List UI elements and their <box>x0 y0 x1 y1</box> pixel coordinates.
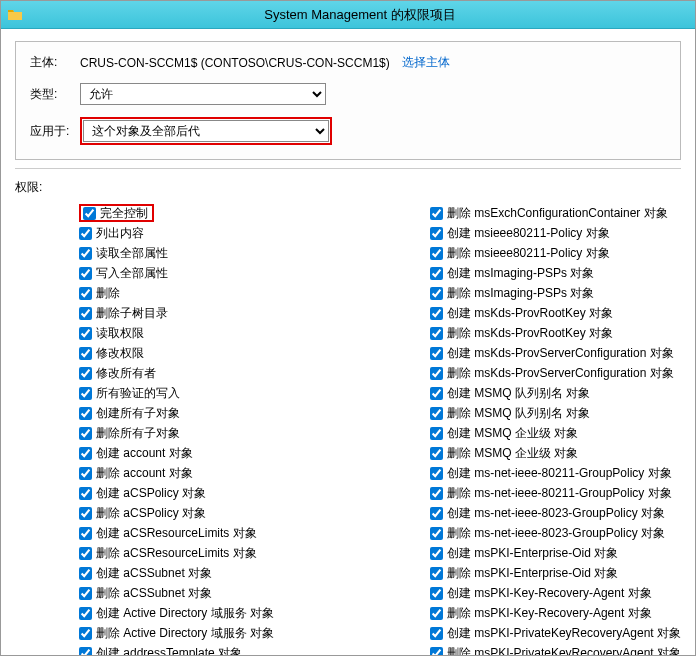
permission-checkbox[interactable] <box>79 607 92 620</box>
folder-icon <box>7 7 23 23</box>
permission-item[interactable]: 删除 aCSResourceLimits 对象 <box>79 544 410 562</box>
permission-checkbox[interactable] <box>79 587 92 600</box>
permission-item[interactable]: 创建 Active Directory 域服务 对象 <box>79 604 410 622</box>
permission-item[interactable]: 删除 msImaging-PSPs 对象 <box>430 284 681 302</box>
permission-item[interactable]: 创建 msKds-ProvRootKey 对象 <box>430 304 681 322</box>
permission-item[interactable]: 读取权限 <box>79 324 410 342</box>
permission-checkbox[interactable] <box>430 627 443 640</box>
permission-checkbox[interactable] <box>430 507 443 520</box>
permission-checkbox[interactable] <box>79 267 92 280</box>
permission-item[interactable]: 删除子树目录 <box>79 304 410 322</box>
permission-item[interactable]: 完全控制 <box>79 204 154 222</box>
type-select[interactable]: 允许 <box>80 83 326 105</box>
permission-item[interactable]: 删除 msExchConfigurationContainer 对象 <box>430 204 681 222</box>
window-title: System Management 的权限项目 <box>31 6 689 24</box>
permission-checkbox[interactable] <box>430 607 443 620</box>
permissions-label: 权限: <box>15 179 681 196</box>
permission-item[interactable]: 删除 MSMQ 企业级 对象 <box>430 444 681 462</box>
permission-item[interactable]: 修改所有者 <box>79 364 410 382</box>
permission-checkbox[interactable] <box>79 227 92 240</box>
permission-item[interactable]: 创建 ms-net-ieee-8023-GroupPolicy 对象 <box>430 504 681 522</box>
permission-item[interactable]: 创建 msImaging-PSPs 对象 <box>430 264 681 282</box>
permission-checkbox[interactable] <box>430 227 443 240</box>
permission-checkbox[interactable] <box>430 487 443 500</box>
permission-checkbox[interactable] <box>430 307 443 320</box>
permission-label: 创建 msPKI-PrivateKeyRecoveryAgent 对象 <box>447 625 681 642</box>
permission-checkbox[interactable] <box>430 567 443 580</box>
permission-item[interactable]: 删除 Active Directory 域服务 对象 <box>79 624 410 642</box>
permission-checkbox[interactable] <box>430 347 443 360</box>
permission-checkbox[interactable] <box>79 447 92 460</box>
permission-item[interactable]: 删除 ms-net-ieee-80211-GroupPolicy 对象 <box>430 484 681 502</box>
permission-label: 创建所有子对象 <box>96 405 180 422</box>
permission-item[interactable]: 删除 MSMQ 队列别名 对象 <box>430 404 681 422</box>
permission-checkbox[interactable] <box>79 287 92 300</box>
permission-item[interactable]: 创建 msPKI-Enterprise-Oid 对象 <box>430 544 681 562</box>
permission-item[interactable]: 创建 aCSSubnet 对象 <box>79 564 410 582</box>
permission-checkbox[interactable] <box>430 587 443 600</box>
select-principal-link[interactable]: 选择主体 <box>402 54 450 71</box>
permission-item[interactable]: 创建 account 对象 <box>79 444 410 462</box>
permission-checkbox[interactable] <box>79 527 92 540</box>
permission-checkbox[interactable] <box>430 267 443 280</box>
permission-checkbox[interactable] <box>79 347 92 360</box>
permission-checkbox[interactable] <box>430 407 443 420</box>
permission-checkbox[interactable] <box>430 647 443 657</box>
permission-checkbox[interactable] <box>430 207 443 220</box>
permission-item[interactable]: 创建 aCSResourceLimits 对象 <box>79 524 410 542</box>
permission-checkbox[interactable] <box>79 307 92 320</box>
permission-item[interactable]: 删除 account 对象 <box>79 464 410 482</box>
permission-item[interactable]: 创建 msPKI-PrivateKeyRecoveryAgent 对象 <box>430 624 681 642</box>
permission-item[interactable]: 删除 aCSSubnet 对象 <box>79 584 410 602</box>
permission-item[interactable]: 删除 aCSPolicy 对象 <box>79 504 410 522</box>
permission-checkbox[interactable] <box>79 387 92 400</box>
permission-item[interactable]: 删除 msPKI-Enterprise-Oid 对象 <box>430 564 681 582</box>
permission-checkbox[interactable] <box>79 507 92 520</box>
permission-checkbox[interactable] <box>430 287 443 300</box>
permission-checkbox[interactable] <box>430 447 443 460</box>
permission-item[interactable]: 创建 msKds-ProvServerConfiguration 对象 <box>430 344 681 362</box>
permission-item[interactable]: 所有验证的写入 <box>79 384 410 402</box>
permission-item[interactable]: 删除 <box>79 284 410 302</box>
permission-checkbox[interactable] <box>430 387 443 400</box>
permission-item[interactable]: 创建 msieee80211-Policy 对象 <box>430 224 681 242</box>
permission-item[interactable]: 创建 aCSPolicy 对象 <box>79 484 410 502</box>
permission-item[interactable]: 删除 msieee80211-Policy 对象 <box>430 244 681 262</box>
permission-item[interactable]: 创建 MSMQ 队列别名 对象 <box>430 384 681 402</box>
permission-item[interactable]: 列出内容 <box>79 224 410 242</box>
applies-select[interactable]: 这个对象及全部后代 <box>83 120 329 142</box>
permission-item[interactable]: 创建 ms-net-ieee-80211-GroupPolicy 对象 <box>430 464 681 482</box>
permission-checkbox[interactable] <box>79 467 92 480</box>
permission-checkbox[interactable] <box>83 207 96 220</box>
permission-checkbox[interactable] <box>430 367 443 380</box>
permission-checkbox[interactable] <box>79 427 92 440</box>
permission-item[interactable]: 创建所有子对象 <box>79 404 410 422</box>
permission-item[interactable]: 删除 ms-net-ieee-8023-GroupPolicy 对象 <box>430 524 681 542</box>
permission-checkbox[interactable] <box>430 547 443 560</box>
permission-checkbox[interactable] <box>79 567 92 580</box>
permission-item[interactable]: 创建 MSMQ 企业级 对象 <box>430 424 681 442</box>
permission-item[interactable]: 创建 msPKI-Key-Recovery-Agent 对象 <box>430 584 681 602</box>
permission-item[interactable]: 删除 msKds-ProvServerConfiguration 对象 <box>430 364 681 382</box>
permission-checkbox[interactable] <box>79 247 92 260</box>
permission-item[interactable]: 读取全部属性 <box>79 244 410 262</box>
permission-checkbox[interactable] <box>79 547 92 560</box>
permission-checkbox[interactable] <box>430 327 443 340</box>
permission-checkbox[interactable] <box>430 527 443 540</box>
permission-checkbox[interactable] <box>79 327 92 340</box>
permission-item[interactable]: 修改权限 <box>79 344 410 362</box>
permission-item[interactable]: 写入全部属性 <box>79 264 410 282</box>
permission-checkbox[interactable] <box>79 487 92 500</box>
permission-item[interactable]: 删除 msPKI-Key-Recovery-Agent 对象 <box>430 604 681 622</box>
permission-checkbox[interactable] <box>79 367 92 380</box>
permission-checkbox[interactable] <box>79 627 92 640</box>
permission-checkbox[interactable] <box>430 247 443 260</box>
permission-item[interactable]: 删除 msKds-ProvRootKey 对象 <box>430 324 681 342</box>
permission-item[interactable]: 删除所有子对象 <box>79 424 410 442</box>
permission-item[interactable]: 创建 addressTemplate 对象 <box>79 644 410 656</box>
permission-checkbox[interactable] <box>430 467 443 480</box>
permission-item[interactable]: 删除 msPKI-PrivateKeyRecoveryAgent 对象 <box>430 644 681 656</box>
permission-checkbox[interactable] <box>79 407 92 420</box>
permission-checkbox[interactable] <box>430 427 443 440</box>
permission-checkbox[interactable] <box>79 647 92 657</box>
